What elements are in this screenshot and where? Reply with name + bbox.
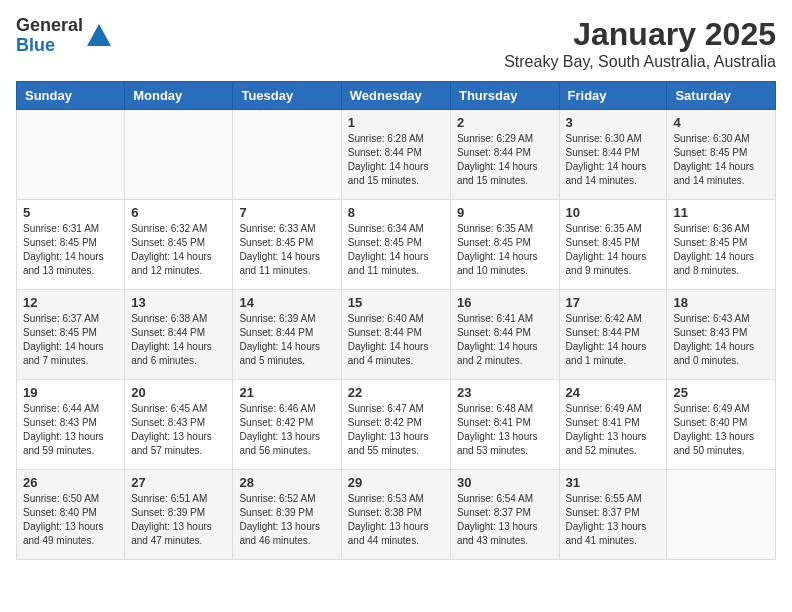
day-info: Sunrise: 6:54 AM Sunset: 8:37 PM Dayligh…: [457, 492, 553, 548]
day-info: Sunrise: 6:48 AM Sunset: 8:41 PM Dayligh…: [457, 402, 553, 458]
calendar-cell: 7Sunrise: 6:33 AM Sunset: 8:45 PM Daylig…: [233, 200, 341, 290]
calendar-cell: 2Sunrise: 6:29 AM Sunset: 8:44 PM Daylig…: [450, 110, 559, 200]
calendar-cell: [233, 110, 341, 200]
day-info: Sunrise: 6:49 AM Sunset: 8:41 PM Dayligh…: [566, 402, 661, 458]
calendar-week-3: 12Sunrise: 6:37 AM Sunset: 8:45 PM Dayli…: [17, 290, 776, 380]
title-block: January 2025 Streaky Bay, South Australi…: [504, 16, 776, 71]
logo-general-text: General: [16, 16, 83, 36]
day-number: 29: [348, 475, 444, 490]
day-number: 17: [566, 295, 661, 310]
day-number: 11: [673, 205, 769, 220]
day-info: Sunrise: 6:30 AM Sunset: 8:45 PM Dayligh…: [673, 132, 769, 188]
day-number: 22: [348, 385, 444, 400]
calendar-cell: 26Sunrise: 6:50 AM Sunset: 8:40 PM Dayli…: [17, 470, 125, 560]
day-number: 25: [673, 385, 769, 400]
weekday-header-tuesday: Tuesday: [233, 82, 341, 110]
day-number: 21: [239, 385, 334, 400]
day-info: Sunrise: 6:50 AM Sunset: 8:40 PM Dayligh…: [23, 492, 118, 548]
day-info: Sunrise: 6:34 AM Sunset: 8:45 PM Dayligh…: [348, 222, 444, 278]
day-number: 9: [457, 205, 553, 220]
logo: General Blue: [16, 16, 113, 56]
day-info: Sunrise: 6:46 AM Sunset: 8:42 PM Dayligh…: [239, 402, 334, 458]
day-info: Sunrise: 6:47 AM Sunset: 8:42 PM Dayligh…: [348, 402, 444, 458]
weekday-header-friday: Friday: [559, 82, 667, 110]
day-number: 20: [131, 385, 226, 400]
logo-icon: [85, 22, 113, 50]
calendar-cell: 29Sunrise: 6:53 AM Sunset: 8:38 PM Dayli…: [341, 470, 450, 560]
calendar-cell: 18Sunrise: 6:43 AM Sunset: 8:43 PM Dayli…: [667, 290, 776, 380]
calendar-cell: 25Sunrise: 6:49 AM Sunset: 8:40 PM Dayli…: [667, 380, 776, 470]
day-number: 6: [131, 205, 226, 220]
page-header: General Blue January 2025 Streaky Bay, S…: [16, 16, 776, 71]
calendar-cell: 3Sunrise: 6:30 AM Sunset: 8:44 PM Daylig…: [559, 110, 667, 200]
day-info: Sunrise: 6:52 AM Sunset: 8:39 PM Dayligh…: [239, 492, 334, 548]
day-number: 26: [23, 475, 118, 490]
day-info: Sunrise: 6:39 AM Sunset: 8:44 PM Dayligh…: [239, 312, 334, 368]
day-info: Sunrise: 6:30 AM Sunset: 8:44 PM Dayligh…: [566, 132, 661, 188]
day-info: Sunrise: 6:53 AM Sunset: 8:38 PM Dayligh…: [348, 492, 444, 548]
calendar-cell: 31Sunrise: 6:55 AM Sunset: 8:37 PM Dayli…: [559, 470, 667, 560]
day-info: Sunrise: 6:40 AM Sunset: 8:44 PM Dayligh…: [348, 312, 444, 368]
day-info: Sunrise: 6:45 AM Sunset: 8:43 PM Dayligh…: [131, 402, 226, 458]
calendar-cell: 19Sunrise: 6:44 AM Sunset: 8:43 PM Dayli…: [17, 380, 125, 470]
calendar-cell: 6Sunrise: 6:32 AM Sunset: 8:45 PM Daylig…: [125, 200, 233, 290]
day-number: 18: [673, 295, 769, 310]
day-number: 3: [566, 115, 661, 130]
day-info: Sunrise: 6:35 AM Sunset: 8:45 PM Dayligh…: [457, 222, 553, 278]
day-number: 1: [348, 115, 444, 130]
calendar-cell: 9Sunrise: 6:35 AM Sunset: 8:45 PM Daylig…: [450, 200, 559, 290]
day-number: 16: [457, 295, 553, 310]
day-number: 14: [239, 295, 334, 310]
calendar-cell: [17, 110, 125, 200]
day-info: Sunrise: 6:38 AM Sunset: 8:44 PM Dayligh…: [131, 312, 226, 368]
calendar-cell: 23Sunrise: 6:48 AM Sunset: 8:41 PM Dayli…: [450, 380, 559, 470]
day-number: 28: [239, 475, 334, 490]
weekday-header-monday: Monday: [125, 82, 233, 110]
day-info: Sunrise: 6:55 AM Sunset: 8:37 PM Dayligh…: [566, 492, 661, 548]
calendar-cell: 13Sunrise: 6:38 AM Sunset: 8:44 PM Dayli…: [125, 290, 233, 380]
calendar-cell: 20Sunrise: 6:45 AM Sunset: 8:43 PM Dayli…: [125, 380, 233, 470]
calendar-cell: [125, 110, 233, 200]
calendar-cell: 4Sunrise: 6:30 AM Sunset: 8:45 PM Daylig…: [667, 110, 776, 200]
day-number: 31: [566, 475, 661, 490]
day-info: Sunrise: 6:35 AM Sunset: 8:45 PM Dayligh…: [566, 222, 661, 278]
calendar-cell: 22Sunrise: 6:47 AM Sunset: 8:42 PM Dayli…: [341, 380, 450, 470]
day-number: 15: [348, 295, 444, 310]
calendar-cell: 30Sunrise: 6:54 AM Sunset: 8:37 PM Dayli…: [450, 470, 559, 560]
calendar-week-5: 26Sunrise: 6:50 AM Sunset: 8:40 PM Dayli…: [17, 470, 776, 560]
calendar-cell: 24Sunrise: 6:49 AM Sunset: 8:41 PM Dayli…: [559, 380, 667, 470]
calendar-week-1: 1Sunrise: 6:28 AM Sunset: 8:44 PM Daylig…: [17, 110, 776, 200]
calendar-cell: 8Sunrise: 6:34 AM Sunset: 8:45 PM Daylig…: [341, 200, 450, 290]
month-title: January 2025: [504, 16, 776, 53]
calendar-cell: 21Sunrise: 6:46 AM Sunset: 8:42 PM Dayli…: [233, 380, 341, 470]
day-number: 12: [23, 295, 118, 310]
calendar-cell: 14Sunrise: 6:39 AM Sunset: 8:44 PM Dayli…: [233, 290, 341, 380]
day-number: 7: [239, 205, 334, 220]
day-info: Sunrise: 6:49 AM Sunset: 8:40 PM Dayligh…: [673, 402, 769, 458]
day-info: Sunrise: 6:51 AM Sunset: 8:39 PM Dayligh…: [131, 492, 226, 548]
calendar-cell: 1Sunrise: 6:28 AM Sunset: 8:44 PM Daylig…: [341, 110, 450, 200]
calendar-cell: 27Sunrise: 6:51 AM Sunset: 8:39 PM Dayli…: [125, 470, 233, 560]
logo-blue-text: Blue: [16, 36, 83, 56]
day-info: Sunrise: 6:42 AM Sunset: 8:44 PM Dayligh…: [566, 312, 661, 368]
calendar-cell: 10Sunrise: 6:35 AM Sunset: 8:45 PM Dayli…: [559, 200, 667, 290]
day-info: Sunrise: 6:33 AM Sunset: 8:45 PM Dayligh…: [239, 222, 334, 278]
calendar-cell: 17Sunrise: 6:42 AM Sunset: 8:44 PM Dayli…: [559, 290, 667, 380]
day-info: Sunrise: 6:28 AM Sunset: 8:44 PM Dayligh…: [348, 132, 444, 188]
day-number: 4: [673, 115, 769, 130]
calendar-week-4: 19Sunrise: 6:44 AM Sunset: 8:43 PM Dayli…: [17, 380, 776, 470]
weekday-header-wednesday: Wednesday: [341, 82, 450, 110]
day-info: Sunrise: 6:44 AM Sunset: 8:43 PM Dayligh…: [23, 402, 118, 458]
calendar-week-2: 5Sunrise: 6:31 AM Sunset: 8:45 PM Daylig…: [17, 200, 776, 290]
day-number: 23: [457, 385, 553, 400]
day-info: Sunrise: 6:31 AM Sunset: 8:45 PM Dayligh…: [23, 222, 118, 278]
day-info: Sunrise: 6:29 AM Sunset: 8:44 PM Dayligh…: [457, 132, 553, 188]
day-info: Sunrise: 6:32 AM Sunset: 8:45 PM Dayligh…: [131, 222, 226, 278]
calendar-cell: 16Sunrise: 6:41 AM Sunset: 8:44 PM Dayli…: [450, 290, 559, 380]
day-number: 8: [348, 205, 444, 220]
day-info: Sunrise: 6:36 AM Sunset: 8:45 PM Dayligh…: [673, 222, 769, 278]
day-number: 2: [457, 115, 553, 130]
day-number: 10: [566, 205, 661, 220]
svg-marker-0: [87, 24, 111, 46]
calendar-cell: 15Sunrise: 6:40 AM Sunset: 8:44 PM Dayli…: [341, 290, 450, 380]
